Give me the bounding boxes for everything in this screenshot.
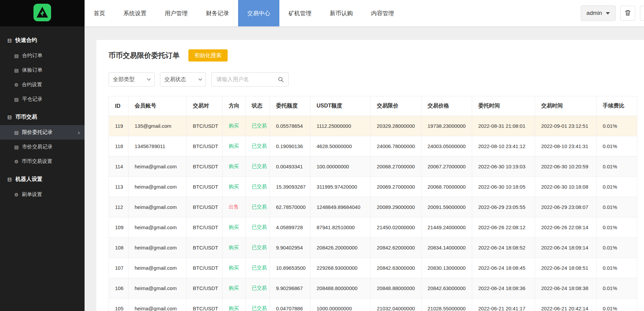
- table-row: 112heima@gmail.comBTC/USDT出售已交易62.785700…: [109, 197, 637, 217]
- top-nav-item-6[interactable]: 新币认购: [321, 0, 362, 26]
- topbar: 首页系统设置用户管理财务记录交易中心矿机管理新币认购内容管理 admin: [85, 0, 644, 26]
- cell-limit: 20068.27000000: [371, 157, 421, 177]
- cell-trade-time: 2022-06-30 10:18:08: [535, 177, 597, 197]
- cell-limit: 20842.63000000: [371, 258, 421, 278]
- content-area: 币币交易限价委托订单 初始化搜索 全部类型 交易状态: [85, 26, 644, 311]
- cell-account: heima@gmail.com: [129, 217, 187, 238]
- table-row: 109heima@gmail.comBTC/USDT购买已交易4.0589972…: [109, 217, 637, 238]
- sidebar-item-0-3[interactable]: ▤平仓记录: [0, 92, 85, 106]
- sidebar-item-0-2[interactable]: ⚙合约设置: [0, 77, 85, 92]
- username-input[interactable]: [216, 76, 278, 83]
- cell-fee: 0.01%: [597, 298, 637, 311]
- top-nav-item-7[interactable]: 内容管理: [362, 0, 403, 26]
- collapse-icon: ⊟: [7, 38, 12, 44]
- collapse-icon: ⊟: [7, 114, 12, 120]
- logo[interactable]: [0, 0, 85, 26]
- sidebar-section-2[interactable]: ⊟机器人设置: [0, 171, 85, 187]
- sidebar-item-1-0[interactable]: ▤限价委托记录›: [0, 125, 85, 140]
- topbar-actions: admin: [581, 0, 644, 26]
- cell-usdt: 311995.97420000: [310, 177, 371, 197]
- cell-pair: BTC/USDT: [187, 157, 223, 177]
- gear-icon: ⚙: [14, 192, 19, 197]
- cell-fee: 0.01%: [597, 238, 637, 258]
- cell-status: 已交易: [246, 177, 270, 197]
- cell-limit: 24006.78000000: [371, 136, 421, 157]
- cell-direction: 购买: [223, 298, 246, 311]
- cell-id: 113: [109, 177, 129, 197]
- sidebar-item-0-0[interactable]: ▤合约订单: [0, 48, 85, 63]
- cell-price: 20830.13000000: [421, 258, 472, 278]
- top-nav-item-4[interactable]: 交易中心: [238, 0, 279, 26]
- trash-button[interactable]: [620, 6, 635, 21]
- cell-usdt: 229268.93000000: [310, 258, 371, 278]
- top-nav-item-2[interactable]: 用户管理: [156, 0, 197, 26]
- status-select[interactable]: 交易状态: [160, 72, 206, 87]
- cell-trade-time: 2022-06-24 18:09:14: [535, 238, 597, 258]
- cell-direction: 购买: [223, 116, 246, 136]
- cell-order-time: 2022-06-29 23:05:55: [472, 197, 535, 217]
- sidebar-item-label: 限价委托记录: [22, 129, 52, 136]
- top-nav-item-5[interactable]: 矿机管理: [279, 0, 321, 26]
- search-icon[interactable]: [278, 76, 284, 83]
- filters-row: 全部类型 交易状态: [109, 72, 637, 87]
- table-row: 108heima@gmail.comBTC/USDT购买已交易9.9040295…: [109, 238, 637, 258]
- cell-status: 已交易: [246, 278, 270, 298]
- cell-amount: 0.05578654: [270, 116, 310, 136]
- admin-username: admin: [586, 10, 602, 17]
- cell-trade-time: 2022-06-26 22:08:14: [535, 217, 597, 238]
- cell-pair: BTC/USDT: [187, 116, 223, 136]
- cell-direction: 购买: [223, 157, 246, 177]
- top-nav-item-1[interactable]: 系统设置: [114, 0, 156, 26]
- sidebar-item-1-1[interactable]: ▤市价交易记录: [0, 140, 85, 154]
- cell-fee: 0.01%: [597, 197, 637, 217]
- cell-id: 109: [109, 217, 129, 238]
- cell-order-time: 2022-06-24 18:08:45: [472, 258, 535, 278]
- list-icon: ▤: [14, 53, 19, 58]
- cell-direction: 购买: [223, 136, 246, 157]
- sidebar-section-0[interactable]: ⊟快速合约: [0, 32, 85, 48]
- reset-search-button[interactable]: 初始化搜索: [188, 49, 228, 62]
- cell-trade-time: 2022-06-29 23:08:07: [535, 197, 597, 217]
- column-header: 交易限价: [371, 96, 421, 116]
- sidebar: ⊟快速合约▤合约订单▤体验订单⚙合约设置▤平仓记录⊟币币交易▤限价委托记录›▤市…: [0, 0, 85, 311]
- cell-order-time: 2022-08-10 23:41:12: [472, 136, 535, 157]
- cell-usdt: 4628.50000000: [310, 136, 371, 157]
- cell-fee: 0.01%: [597, 258, 637, 278]
- table-row: 119135@gmail.comBTC/USDT购买已交易0.055786541…: [109, 116, 637, 136]
- sidebar-item-0-1[interactable]: ▤体验订单: [0, 63, 85, 77]
- cell-account: heima@gmail.com: [129, 278, 187, 298]
- cell-fee: 0.01%: [597, 278, 637, 298]
- cell-pair: BTC/USDT: [187, 278, 223, 298]
- table-row: 106heima@gmail.comBTC/USDT购买已交易9.9029686…: [109, 278, 637, 298]
- cell-fee: 0.01%: [597, 136, 637, 157]
- cell-trade-time: 2022-06-24 18:08:51: [535, 258, 597, 278]
- cell-id: 118: [109, 136, 129, 157]
- column-header: ID: [109, 96, 129, 116]
- sidebar-item-label: 合约设置: [22, 81, 42, 88]
- cell-price: 21449.24000000: [421, 217, 472, 238]
- sidebar-item-2-0[interactable]: ⚙刷单设置: [0, 187, 85, 202]
- sidebar-section-1[interactable]: ⊟币币交易: [0, 109, 85, 125]
- column-header: 交易时间: [535, 96, 597, 116]
- cell-account: 135@gmail.com: [129, 116, 187, 136]
- cell-id: 114: [109, 157, 129, 177]
- cell-pair: BTC/USDT: [187, 136, 223, 157]
- column-header: 交易价格: [421, 96, 472, 116]
- cell-limit: 21450.02000000: [371, 217, 421, 238]
- cell-amount: 9.90296867: [270, 278, 310, 298]
- cell-status: 已交易: [246, 217, 270, 238]
- cell-account: heima@gmail.com: [129, 157, 187, 177]
- cell-id: 107: [109, 258, 129, 278]
- cell-status: 已交易: [246, 258, 270, 278]
- sidebar-item-1-2[interactable]: ⚙币币交易设置: [0, 154, 85, 169]
- type-select[interactable]: 全部类型: [109, 72, 155, 87]
- gear-icon: ⚙: [14, 82, 19, 88]
- cell-usdt: 87941.82510000: [310, 217, 371, 238]
- top-nav-item-3[interactable]: 财务记录: [197, 0, 238, 26]
- logout-button[interactable]: [640, 6, 644, 21]
- cell-direction: 购买: [223, 258, 246, 278]
- list-icon: ▤: [14, 144, 19, 150]
- admin-dropdown[interactable]: admin: [581, 5, 616, 21]
- top-nav-item-0[interactable]: 首页: [85, 0, 114, 26]
- gear-icon: ⚙: [14, 159, 19, 164]
